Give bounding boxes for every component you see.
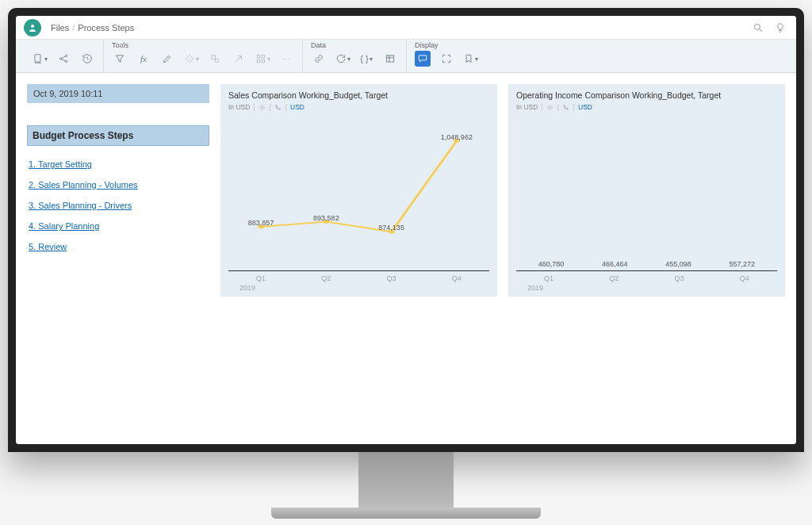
sidebar: Oct 9, 2019 10:11 Budget Process Steps 1…: [27, 84, 209, 433]
svg-line-2: [760, 29, 763, 32]
axis-tick: Q3: [387, 274, 396, 282]
svg-point-13: [215, 59, 219, 63]
svg-point-7: [65, 60, 67, 62]
refresh-icon[interactable]: ▾: [335, 51, 350, 67]
content-area: Oct 9, 2019 10:11 Budget Process Steps 1…: [16, 73, 796, 444]
svg-rect-18: [262, 59, 265, 63]
axis-tick: Q1: [544, 274, 553, 282]
braces-icon[interactable]: { }▾: [358, 51, 374, 67]
svg-point-5: [59, 58, 61, 59]
chart-sub-sales: In USD | | | USD: [228, 103, 489, 111]
gear-icon[interactable]: [546, 103, 554, 111]
phone-icon[interactable]: [562, 103, 570, 111]
step-link-review[interactable]: 5. Review: [27, 236, 209, 257]
arrow-up-right-icon[interactable]: [231, 51, 247, 67]
user-icon: [28, 23, 37, 33]
phone-icon[interactable]: [274, 103, 282, 111]
step-link-target-setting[interactable]: 1. Target Setting: [27, 154, 209, 174]
monitor-stand-neck: [358, 452, 454, 508]
axis-tick: Q3: [675, 274, 684, 282]
table-icon[interactable]: [382, 51, 398, 67]
chart-title-income: Operating Income Comparison Working_Budg…: [516, 90, 777, 100]
dots-icon[interactable]: ⋯: [278, 51, 294, 67]
svg-point-1: [754, 24, 760, 29]
bookmark-icon[interactable]: ▾: [462, 51, 478, 67]
bar: 557,272: [710, 260, 774, 270]
axis-tick: Q2: [321, 274, 331, 282]
data-label: 455,098: [665, 260, 691, 268]
chart-sub-income: In USD | | | USD: [516, 103, 777, 111]
group-label-data: Data: [311, 41, 398, 49]
chart-title-sales: Sales Comparison Working_Budget, Target: [228, 90, 489, 100]
chart-currency-link[interactable]: USD: [290, 103, 304, 111]
step-link-sales-volumes[interactable]: 2. Sales Planning - Volumes: [27, 174, 209, 195]
bar-chart: 460,780466,464455,098557,272: [516, 114, 777, 271]
edit-icon[interactable]: [159, 51, 175, 67]
breadcrumb-root[interactable]: Files: [51, 23, 69, 33]
avatar[interactable]: [24, 19, 41, 36]
monitor-frame: Files / Process Steps ▾: [8, 8, 804, 452]
grid-icon[interactable]: ▾: [255, 51, 270, 67]
comment-icon[interactable]: [415, 51, 431, 67]
page-icon[interactable]: ▾: [32, 51, 48, 67]
svg-point-6: [65, 55, 67, 56]
step-link-sales-drivers[interactable]: 3. Sales Planning - Drivers: [27, 195, 209, 216]
bar: 466,464: [583, 260, 646, 270]
toolbar-group-tools: Tools fx ▾: [104, 40, 303, 72]
group-label-display: Display: [415, 41, 478, 49]
data-label: 466,464: [602, 260, 628, 268]
top-bar: Files / Process Steps: [16, 16, 796, 40]
data-label: 460,780: [538, 260, 565, 268]
bar: 455,098: [647, 260, 710, 270]
chart-panel-income: Operating Income Comparison Working_Budg…: [508, 84, 785, 297]
filter-icon[interactable]: [112, 51, 128, 67]
svg-point-0: [31, 25, 34, 28]
line-chart: 883,857893,582874,1351,048,962: [228, 114, 489, 271]
toolbar-group-display: Display ▾: [407, 40, 486, 72]
data-label: 1,048,962: [441, 133, 473, 141]
svg-rect-19: [386, 56, 393, 62]
svg-point-22: [262, 106, 263, 108]
toolbar: ▾ Tools fx: [16, 40, 796, 73]
fullscreen-icon[interactable]: [439, 51, 454, 67]
gear-icon[interactable]: [259, 103, 266, 111]
svg-line-9: [62, 59, 66, 61]
toolbar-group-data: Data ▾ { }▾: [303, 40, 407, 72]
screen: Files / Process Steps ▾: [16, 16, 796, 444]
svg-rect-12: [212, 56, 216, 59]
bar-axis-x: Q1Q2Q3Q4: [516, 274, 777, 282]
bar: 460,780: [519, 260, 583, 270]
history-icon[interactable]: [79, 51, 95, 67]
svg-rect-17: [257, 59, 260, 63]
chart-sub-prefix: In USD: [228, 103, 250, 111]
svg-line-14: [236, 56, 242, 62]
data-label: 893,582: [313, 214, 339, 222]
steps-header: Budget Process Steps: [27, 125, 209, 146]
svg-line-11: [87, 59, 89, 59]
svg-rect-16: [262, 55, 265, 58]
chart-currency-link[interactable]: USD: [578, 103, 592, 111]
line-axis-year: 2019: [228, 284, 489, 292]
axis-tick: Q2: [609, 274, 619, 282]
group-label-tools: Tools: [112, 41, 294, 49]
axis-tick: Q1: [256, 274, 266, 282]
search-icon[interactable]: [750, 20, 766, 36]
toolbar-group-file: ▾: [24, 40, 104, 72]
step-link-salary-planning[interactable]: 4. Salary Planning: [27, 216, 209, 236]
chart-panel-sales: Sales Comparison Working_Budget, Target …: [220, 84, 497, 297]
axis-tick: Q4: [740, 274, 749, 282]
group-label-file: [32, 41, 95, 49]
share-icon[interactable]: [56, 51, 71, 67]
fx-icon[interactable]: fx: [136, 51, 151, 67]
svg-rect-15: [257, 55, 260, 58]
link-icon[interactable]: [311, 51, 327, 67]
bar-axis-year: 2019: [516, 284, 777, 292]
breadcrumb-page: Process Steps: [78, 23, 134, 33]
chart-sub-prefix: In USD: [516, 103, 538, 111]
sparkle-icon[interactable]: ▾: [183, 51, 199, 67]
svg-rect-3: [34, 55, 40, 62]
shape-icon[interactable]: [207, 51, 223, 67]
data-label: 883,857: [248, 219, 274, 227]
bulb-icon[interactable]: [772, 20, 788, 36]
svg-line-8: [62, 56, 66, 58]
